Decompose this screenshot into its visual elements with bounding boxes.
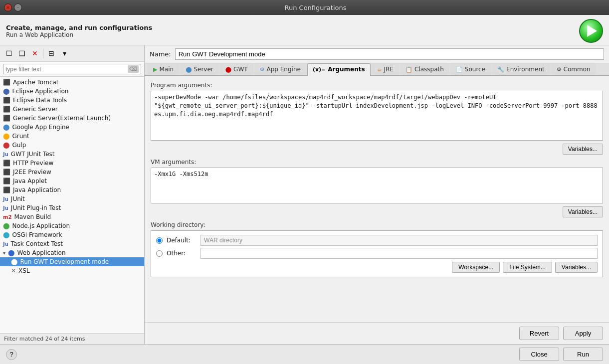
duplicate-config-button[interactable]: ❑ <box>16 47 28 59</box>
working-dir-other-input[interactable] <box>201 248 598 259</box>
vm-args-label: VM arguments: <box>151 159 603 166</box>
name-input[interactable] <box>175 48 604 60</box>
maven-label: Maven Build <box>14 213 51 220</box>
tab-environment[interactable]: 🔧 Environment <box>492 63 550 75</box>
search-clear-button[interactable]: ⌫ <box>128 65 139 73</box>
run-button[interactable] <box>579 19 603 43</box>
tree-item-maven[interactable]: m2 Maven Build <box>0 212 144 221</box>
tab-gwt[interactable]: ⬤ GWT <box>220 63 253 75</box>
vm-args-variables-button[interactable]: Variables... <box>563 206 603 217</box>
generic-server-ext-icon: ⬛ <box>3 115 10 122</box>
web-app-label: Web Application <box>17 249 65 256</box>
eclipse-app-label: Eclipse Application <box>12 88 68 95</box>
minimize-window-button[interactable]: – <box>14 3 22 11</box>
gulp-icon: ⬤ <box>3 142 9 149</box>
junit-plugin-icon: Ju <box>3 205 8 211</box>
close-button[interactable]: Close <box>519 348 559 361</box>
search-row: ⌫ <box>0 62 144 77</box>
working-dir-label: Working directory: <box>151 221 603 228</box>
search-wrap[interactable]: ⌫ <box>3 64 141 74</box>
task-context-icon: Ju <box>3 241 8 247</box>
file-system-button[interactable]: File System... <box>503 262 552 273</box>
tree-item-grunt[interactable]: ⬤ Grunt <box>0 132 144 141</box>
filter-status: Filter matched 24 of 24 items <box>0 333 144 344</box>
server-tab-label: Server <box>194 66 213 73</box>
java-application-icon: ⬛ <box>3 186 10 193</box>
tree-item-generic-server-ext[interactable]: ⬛ Generic Server(External Launch) <box>0 114 144 123</box>
tree-item-nodejs[interactable]: ⬤ Node.js Application <box>0 221 144 230</box>
program-args-variables-button[interactable]: Variables... <box>563 144 603 155</box>
arguments-tab-icon: (x)= <box>313 66 326 73</box>
tab-server[interactable]: ⬤ Server <box>180 63 219 75</box>
window-header: Create, manage, and run configurations R… <box>0 15 609 45</box>
tree-item-eclipse-app[interactable]: ⬤ Eclipse Application <box>0 87 144 96</box>
tab-app-engine[interactable]: ⚙ App Engine <box>254 63 306 75</box>
gulp-label: Gulp <box>12 142 26 149</box>
tree-item-xsl[interactable]: ✕ XSL <box>0 266 144 275</box>
revert-button[interactable]: Revert <box>519 327 559 340</box>
name-label: Name: <box>150 50 171 58</box>
working-dir-other-row: Other: <box>156 248 598 259</box>
tree-item-junit[interactable]: Ju JUnit <box>0 194 144 203</box>
search-input[interactable] <box>5 66 128 73</box>
tree-item-gulp[interactable]: ⬤ Gulp <box>0 141 144 150</box>
tree-item-google-app[interactable]: ⬤ Google App Engine <box>0 123 144 132</box>
working-dir-default-row: Default: <box>156 235 598 246</box>
grunt-icon: ⬤ <box>3 133 9 140</box>
tree-item-junit-plugin[interactable]: Ju JUnit Plug-in Test <box>0 203 144 212</box>
program-args-input[interactable] <box>151 91 603 141</box>
tree-item-http-preview[interactable]: ⬛ HTTP Preview <box>0 159 144 168</box>
tab-common[interactable]: ⚙ Common <box>551 63 596 75</box>
web-app-icon: ⬤ <box>8 249 14 256</box>
environment-tab-icon: 🔧 <box>497 66 504 73</box>
apply-button[interactable]: Apply <box>563 327 603 340</box>
tab-arguments[interactable]: (x)= Arguments <box>307 63 371 76</box>
eclipse-data-label: Eclipse Data Tools <box>13 97 67 104</box>
source-tab-icon: 📄 <box>456 66 463 73</box>
workspace-button[interactable]: Workspace... <box>452 262 500 273</box>
tree-item-j2ee-preview[interactable]: ⬛ J2EE Preview <box>0 168 144 177</box>
tab-classpath[interactable]: 📋 Classpath <box>400 63 449 75</box>
tree-item-java-applet[interactable]: ⬛ Java Applet <box>0 177 144 185</box>
eclipse-data-icon: ⬛ <box>3 97 10 104</box>
working-dir-default-radio[interactable] <box>156 237 163 244</box>
tree-list: ⬛ Apache Tomcat ⬤ Eclipse Application ⬛ … <box>0 77 144 333</box>
run-gwt-icon: ⬤ <box>11 258 17 265</box>
collapse-button[interactable]: ⊟ <box>45 47 57 59</box>
j2ee-preview-label: J2EE Preview <box>13 169 51 176</box>
working-dir-other-label: Other: <box>167 250 197 257</box>
tree-item-web-application[interactable]: ▾ ⬤ Web Application <box>0 248 144 257</box>
tree-item-apache-tomcat[interactable]: ⬛ Apache Tomcat <box>0 78 144 87</box>
tab-main[interactable]: ▶ Main <box>148 63 179 75</box>
tree-item-java-application[interactable]: ⬛ Java Application <box>0 185 144 194</box>
left-toolbar: ☐ ❑ ✕ ⊟ ▾ <box>0 45 144 62</box>
working-dir-section: Default: Other: Workspace... File System… <box>151 230 603 277</box>
title-bar-buttons[interactable]: × – <box>4 3 22 11</box>
main-tab-label: Main <box>159 66 174 73</box>
right-panel: Name: ▶ Main ⬤ Server ⬤ GWT ⚙ <box>145 45 609 344</box>
form-area: Program arguments: Variables... VM argum… <box>145 76 609 322</box>
tree-item-run-gwt[interactable]: ⬤ Run GWT Development mode <box>0 257 144 266</box>
tree-item-osgi[interactable]: ⬤ OSGi Framework <box>0 230 144 239</box>
dropdown-button[interactable]: ▾ <box>58 47 70 59</box>
bottom-buttons: Revert Apply <box>145 322 609 344</box>
tree-item-eclipse-data[interactable]: ⬛ Eclipse Data Tools <box>0 96 144 105</box>
delete-config-button[interactable]: ✕ <box>29 47 41 59</box>
working-dir-other-radio[interactable] <box>156 250 163 257</box>
new-config-button[interactable]: ☐ <box>3 47 15 59</box>
tab-source[interactable]: 📄 Source <box>450 63 491 75</box>
gwt-tab-label: GWT <box>233 66 248 73</box>
run-config-button[interactable]: Run <box>563 348 603 361</box>
working-dir-variables-button[interactable]: Variables... <box>555 262 598 273</box>
tree-item-gwt-junit[interactable]: Ju GWT JUnit Test <box>0 150 144 159</box>
tab-jre[interactable]: ☕ JRE <box>372 63 399 75</box>
vm-args-input[interactable] <box>151 168 603 203</box>
j2ee-preview-icon: ⬛ <box>3 169 10 176</box>
eclipse-app-icon: ⬤ <box>3 88 9 95</box>
help-button[interactable]: ? <box>6 349 17 360</box>
common-tab-label: Common <box>564 66 591 73</box>
tree-item-generic-server[interactable]: ⬛ Generic Server <box>0 105 144 114</box>
close-window-button[interactable]: × <box>4 3 12 11</box>
gwt-tab-icon: ⬤ <box>225 66 231 73</box>
tree-item-task-context[interactable]: Ju Task Context Test <box>0 239 144 248</box>
